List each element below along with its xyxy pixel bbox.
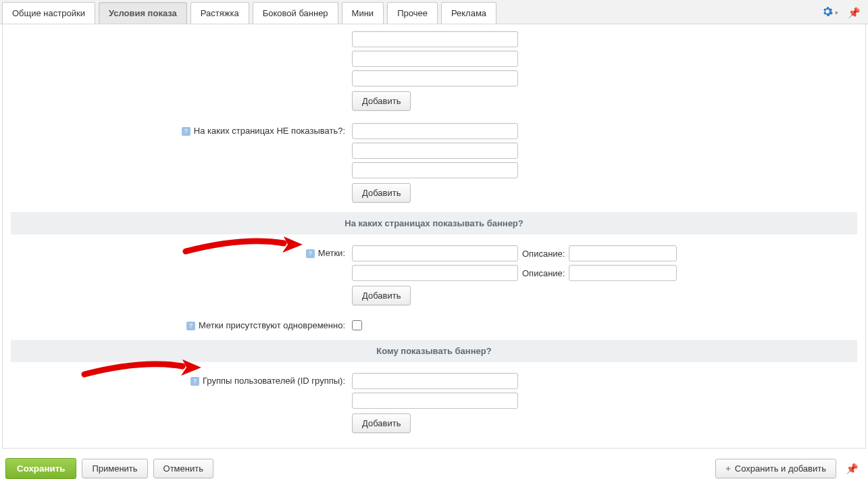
tab-bar: Общие настройки Условия показа Растяжка … [0, 0, 868, 24]
help-icon[interactable]: ? [182, 127, 190, 136]
user-group-input-1[interactable] [352, 373, 518, 389]
tag-input-2[interactable] [352, 265, 518, 281]
pin-icon: 📌 [848, 7, 861, 18]
add-dont-show-pages-button[interactable]: Добавить [352, 183, 411, 203]
tags-together-label: ?Метки присутствуют одновременно: [11, 318, 352, 330]
tag-desc-input-2[interactable] [569, 265, 677, 281]
desc-label-2: Описание: [522, 268, 565, 278]
show-pages-input-1[interactable] [352, 31, 518, 47]
footer-bar: Сохранить Применить Отменить + Сохранить… [0, 449, 868, 479]
dont-show-pages-input-3[interactable] [352, 162, 518, 178]
add-tag-button[interactable]: Добавить [352, 286, 411, 305]
gear-icon [822, 6, 833, 20]
tag-desc-input-1[interactable] [569, 245, 677, 261]
add-user-group-button[interactable]: Добавить [352, 413, 411, 433]
save-and-add-button[interactable]: + Сохранить и добавить [715, 459, 836, 478]
section-header-pages: На каких страницах показывать баннер? [11, 212, 857, 234]
tag-input-1[interactable] [352, 245, 518, 261]
dont-show-pages-label: ?На каких страницах НЕ показывать?: [11, 123, 352, 136]
show-pages-input-3[interactable] [352, 70, 518, 86]
pin-icon: 📌 [846, 463, 859, 474]
user-group-input-2[interactable] [352, 393, 518, 409]
desc-label-1: Описание: [522, 249, 565, 259]
tab-stretch[interactable]: Растяжка [190, 2, 249, 24]
help-icon[interactable]: ? [306, 249, 315, 258]
tab-side-banner[interactable]: Боковой баннер [253, 2, 338, 24]
help-icon[interactable]: ? [186, 322, 195, 330]
user-groups-label: ?Группы пользователей (ID группы): [11, 373, 352, 386]
pin-button-top[interactable]: 📌 [842, 3, 866, 22]
apply-button[interactable]: Применить [82, 459, 147, 478]
add-show-pages-button[interactable]: Добавить [352, 91, 411, 111]
form-panel: Добавить ?На каких страницах НЕ показыва… [2, 24, 866, 449]
dont-show-pages-input-2[interactable] [352, 143, 518, 159]
show-pages-input-2[interactable] [352, 51, 518, 67]
plus-icon: + [725, 463, 731, 474]
tags-label: ?Метки: [11, 245, 352, 258]
chevron-down-icon: ▾ [835, 9, 838, 16]
dont-show-pages-input-1[interactable] [352, 123, 518, 139]
section-header-who: Кому показывать баннер? [11, 340, 857, 362]
save-button[interactable]: Сохранить [5, 458, 76, 479]
tags-together-checkbox[interactable] [352, 320, 362, 330]
tab-general[interactable]: Общие настройки [2, 2, 95, 24]
help-icon[interactable]: ? [190, 377, 199, 386]
settings-dropdown[interactable]: ▾ [818, 3, 842, 23]
tab-other[interactable]: Прочее [387, 2, 438, 24]
pin-button-footer[interactable]: 📌 [842, 463, 863, 475]
tab-display-conditions[interactable]: Условия показа [99, 2, 187, 24]
cancel-button[interactable]: Отменить [153, 459, 213, 478]
tab-mini[interactable]: Мини [342, 2, 384, 24]
tab-ads[interactable]: Реклама [441, 2, 496, 24]
